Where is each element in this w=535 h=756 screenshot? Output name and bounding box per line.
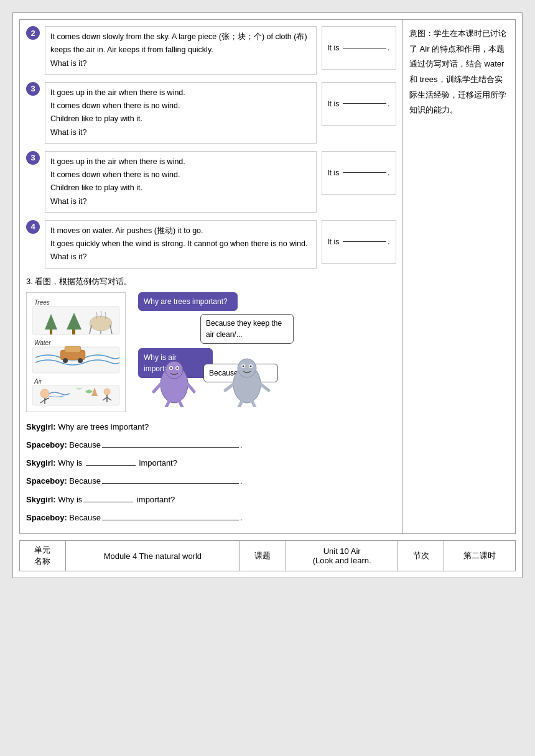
q3a-answer-line bbox=[343, 103, 386, 104]
bubble-container: Why are trees important? Because they ke… bbox=[132, 292, 396, 404]
fill-line-4 bbox=[83, 502, 133, 502]
svg-line-45 bbox=[252, 401, 255, 407]
q4-it-is: It is bbox=[327, 237, 339, 246]
dialog-line-6: Spaceboy: Because. bbox=[26, 509, 396, 526]
q3a-answer: It is . bbox=[322, 82, 396, 126]
dialog-lines: Skygirl: Why are trees important? Spaceb… bbox=[26, 418, 396, 527]
section3-title: 3. 看图，根据范例仿写对话。 bbox=[26, 276, 396, 287]
q2-it-is: It is bbox=[327, 44, 339, 52]
q3b-answer: It is . bbox=[322, 151, 396, 195]
unit-cell: Unit 10 Air (Look and learn. bbox=[286, 541, 398, 571]
dialog-line-3: Skygirl: Why is important? bbox=[26, 454, 396, 471]
dialog-line-5: Skygirl: Why is important? bbox=[26, 491, 396, 508]
dialog-line-1: Skygirl: Why are trees important? bbox=[26, 418, 396, 435]
svg-rect-13 bbox=[65, 346, 81, 353]
question-3b: 3 It goes up in the air when there is wi… bbox=[26, 151, 396, 213]
svg-point-6 bbox=[90, 316, 112, 331]
fill-line-3 bbox=[102, 483, 239, 484]
svg-line-33 bbox=[188, 384, 194, 392]
dialog-line-4: Spaceboy: Because. bbox=[26, 472, 396, 489]
lesson-label-cell: 课题 bbox=[240, 541, 286, 571]
page: 2 It comes down slowly from the sky. A l… bbox=[12, 12, 523, 578]
dialog-area: Why are trees important? Because they ke… bbox=[132, 292, 396, 412]
right-column: 意图：学生在本课时已讨论了 Air 的特点和作用，本题通过仿写对话，结合 wat… bbox=[403, 20, 515, 533]
dialog-line-2: Spaceboy: Because. bbox=[26, 436, 396, 453]
q3b-it-is: It is bbox=[327, 168, 339, 177]
svg-text:Water: Water bbox=[34, 339, 51, 346]
svg-rect-5 bbox=[72, 330, 75, 334]
section3-body: Trees bbox=[26, 292, 396, 412]
fill-line-5 bbox=[102, 520, 239, 520]
bubble-1: Why are trees important? bbox=[138, 292, 238, 311]
question-3a: 3 It goes up in the air when there is wi… bbox=[26, 82, 396, 144]
fill-line-2 bbox=[86, 465, 136, 466]
q4-text: It moves on water. Air pushes (推动) it to… bbox=[45, 220, 317, 269]
bubble-2: Because they keep the air clean/... bbox=[200, 314, 294, 344]
question-2: 2 It comes down slowly from the sky. A l… bbox=[26, 26, 396, 75]
svg-line-32 bbox=[154, 384, 160, 392]
badge-3b: 3 bbox=[26, 151, 40, 165]
badge-2: 2 bbox=[26, 26, 40, 40]
q3b-answer-line bbox=[343, 172, 386, 173]
q2-answer: It is . bbox=[322, 26, 396, 70]
bubble-3: Why is air important? bbox=[138, 348, 213, 378]
q2-text: It comes down slowly from the sky. A lar… bbox=[45, 26, 317, 75]
q4-answer: It is . bbox=[322, 220, 396, 264]
main-content: 2 It comes down slowly from the sky. A l… bbox=[19, 19, 516, 534]
footer-table: 单元 名称 Module 4 The natural world 课题 Unit… bbox=[19, 540, 516, 571]
svg-rect-3 bbox=[50, 330, 52, 334]
left-column: 2 It comes down slowly from the sky. A l… bbox=[20, 20, 403, 533]
q3a-it-is: It is bbox=[327, 99, 339, 108]
q3b-text: It goes up in the air when there is wind… bbox=[45, 151, 317, 213]
svg-line-44 bbox=[239, 401, 242, 407]
badge-3a: 3 bbox=[26, 82, 40, 96]
svg-text:Air: Air bbox=[34, 378, 42, 385]
period-label-cell: 节次 bbox=[398, 541, 444, 571]
unit-label-cell: 单元 名称 bbox=[20, 541, 66, 571]
q4-answer-line bbox=[343, 241, 386, 242]
period-cell: 第二课时 bbox=[444, 541, 516, 571]
q2-answer-line bbox=[343, 48, 386, 48]
svg-line-43 bbox=[261, 384, 269, 390]
fill-line-1 bbox=[102, 447, 239, 448]
svg-line-35 bbox=[179, 401, 182, 407]
svg-point-22 bbox=[104, 389, 110, 395]
svg-point-14 bbox=[63, 358, 68, 363]
svg-line-34 bbox=[166, 401, 169, 407]
bubble-4: Because … bbox=[203, 364, 278, 382]
svg-point-15 bbox=[78, 358, 83, 363]
q3a-text: It goes up in the air when there is wind… bbox=[45, 82, 317, 144]
svg-text:Trees: Trees bbox=[34, 299, 50, 306]
svg-point-18 bbox=[40, 389, 49, 398]
question-4: 4 It moves on water. Air pushes (推动) it … bbox=[26, 220, 396, 269]
svg-line-42 bbox=[225, 384, 233, 390]
right-note: 意图：学生在本课时已讨论了 Air 的特点和作用，本题通过仿写对话，结合 wat… bbox=[409, 26, 509, 118]
illustration: Trees bbox=[26, 292, 126, 412]
module-cell: Module 4 The natural world bbox=[65, 541, 240, 571]
badge-4: 4 bbox=[26, 220, 40, 234]
